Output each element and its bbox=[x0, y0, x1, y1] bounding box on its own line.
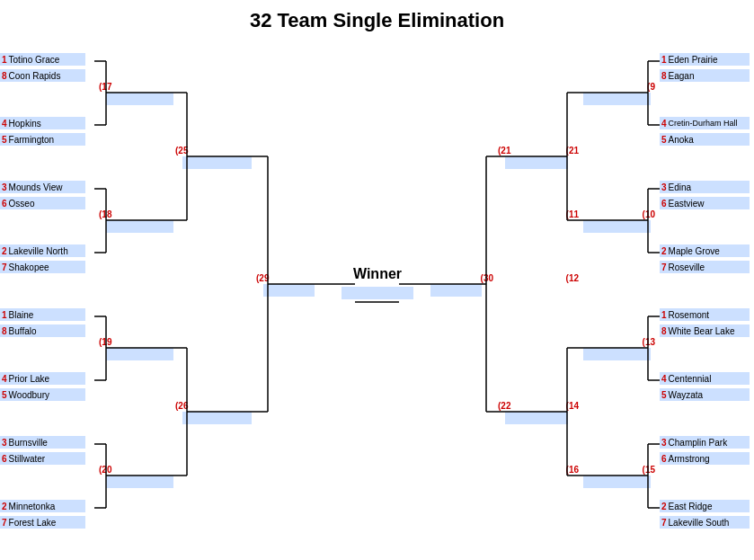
page-title: 32 Team Single Elimination bbox=[0, 0, 754, 37]
bracket-lines bbox=[0, 37, 754, 560]
page: 32 Team Single Elimination bbox=[0, 0, 754, 560]
